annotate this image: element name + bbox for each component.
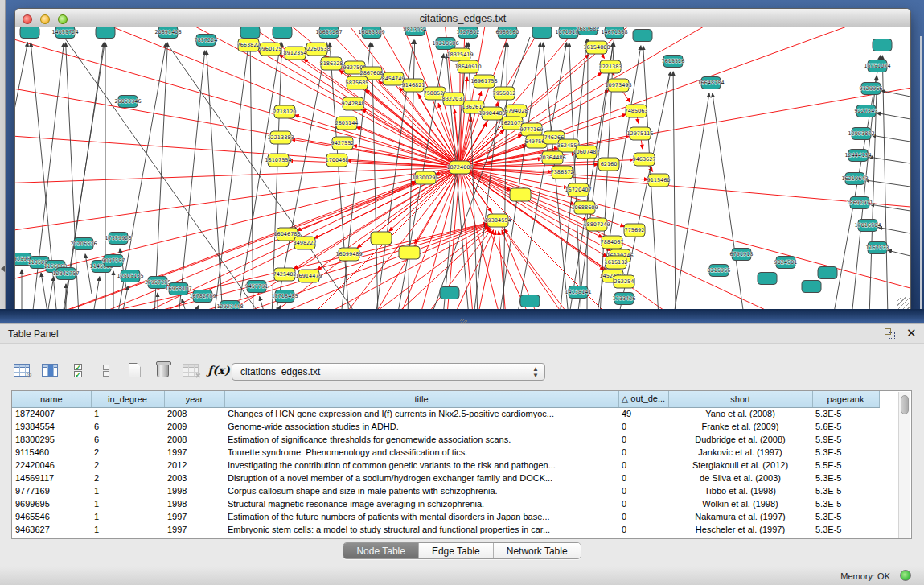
graph-edge — [443, 43, 467, 310]
delete-table-icon[interactable] — [152, 360, 173, 381]
column-header-year[interactable]: year — [164, 391, 224, 407]
graph-node-label: 2687682 — [577, 27, 600, 32]
graph-node-label: 22260538 — [303, 46, 330, 52]
graph-node-label: 9427552 — [331, 140, 355, 146]
graph-node-label: 7615526 — [662, 58, 685, 64]
column-header-pagerank[interactable]: pagerank — [812, 391, 879, 407]
graph-node-label: 16782759 — [189, 293, 216, 299]
table-row[interactable]: 2242004622012Investigating the contribut… — [12, 459, 879, 472]
network-canvas[interactable]: 1405572420691406785722410653267160538098… — [15, 27, 910, 310]
graph-node[interactable] — [532, 27, 552, 39]
graph-node[interactable] — [510, 188, 531, 201]
table-row[interactable]: 977716911998Corpus callosum shape and si… — [12, 484, 879, 497]
graph-node[interactable] — [96, 27, 115, 39]
graph-node-label: 12444134 — [844, 152, 871, 159]
table-select-combobox[interactable]: citations_edges.txt ▲▼ — [232, 363, 545, 381]
select-rows-icon[interactable]: ✓✓ — [68, 360, 88, 381]
graph-node-label: 20691406 — [154, 29, 181, 35]
graph-node-label: 14055724 — [51, 29, 78, 35]
graph-node-label: 7884067 — [601, 239, 624, 245]
graph-node-label: 15718485 — [271, 293, 298, 299]
graph-edge — [878, 227, 910, 233]
table-settings-icon[interactable]: ⚙ — [11, 360, 32, 381]
graph-node-label: 9463627 — [633, 156, 656, 163]
table-row[interactable]: 946362711997Embryonic stem cells: a mode… — [12, 523, 879, 536]
tab-edge-table[interactable]: Edge Table — [419, 543, 494, 558]
table-row[interactable]: 946554611997Estimation of the future num… — [12, 510, 879, 523]
table-row[interactable]: 969969511998Structural magnetic resonanc… — [12, 497, 879, 510]
graph-edge — [675, 93, 709, 310]
network-window[interactable]: citations_edges.txt 14055724206914067857… — [14, 8, 911, 310]
graph-node-label: 18807249 — [583, 221, 610, 228]
graph-edge — [881, 91, 910, 97]
table-row[interactable]: 911546021997Tourette syndrome. Phenomeno… — [12, 446, 879, 459]
scrollbar-thumb[interactable] — [901, 395, 909, 414]
graph-node[interactable] — [440, 287, 459, 299]
column-header-name[interactable]: name — [12, 391, 91, 407]
graph-node-label: 16914479 — [295, 273, 322, 279]
graph-edge — [865, 180, 910, 187]
graph-node[interactable] — [520, 295, 540, 307]
table-row[interactable]: 1456911722003Disruption of a novel membe… — [12, 472, 879, 484]
graph-node-label: 7955812 — [493, 90, 516, 97]
network-window-titlebar[interactable]: citations_edges.txt — [15, 9, 910, 27]
function-builder-icon[interactable]: ƒ(x) — [208, 360, 229, 381]
graph-node-label: 2718120 — [273, 109, 297, 115]
graph-node-label: 8215955 — [708, 267, 731, 274]
graph-node[interactable] — [873, 39, 892, 51]
graph-node[interactable] — [20, 27, 39, 39]
panel-collapse-arrow-icon[interactable] — [1, 266, 5, 272]
graph-node[interactable] — [399, 246, 420, 259]
column-header-out_de[interactable]: △ out_de... — [618, 391, 668, 407]
window-resize-grip[interactable] — [897, 297, 910, 309]
graph-node-label: 9146821 — [402, 82, 425, 89]
control-panel-divider[interactable] — [0, 0, 6, 323]
table-row[interactable]: 1830029562008Estimation of significance … — [12, 433, 879, 446]
graph-node-label: 8186328 — [320, 60, 343, 67]
graph-node[interactable] — [818, 267, 837, 279]
table-row[interactable]: 1938455462009Genome-wide association stu… — [12, 420, 879, 433]
graph-node[interactable] — [802, 281, 821, 293]
graph-edge — [41, 273, 47, 310]
row-height-icon[interactable] — [96, 360, 117, 381]
graph-node-label: 20206536 — [70, 241, 97, 247]
graph-node[interactable] — [273, 27, 292, 39]
column-header-in_degree[interactable]: in_degree — [91, 391, 164, 407]
table-row[interactable]: 1872400712008Changes of HCN gene express… — [12, 407, 879, 420]
tab-network-table[interactable]: Network Table — [494, 543, 581, 558]
graph-node-label: 8813054 — [404, 27, 427, 33]
graph-node-label: 8322037 — [442, 96, 466, 102]
graph-node[interactable] — [633, 30, 652, 42]
graph-node-label: 9115460 — [647, 177, 671, 183]
column-header-short[interactable]: short — [668, 391, 812, 407]
graph-node-label: 1733426 — [613, 295, 636, 302]
tab-node-table[interactable]: Node Table — [343, 543, 419, 558]
memory-status-label: Memory: OK — [840, 571, 890, 581]
table-column-icon[interactable] — [39, 360, 60, 381]
graph-node[interactable] — [758, 273, 777, 285]
graph-node-label: 12093872 — [848, 130, 874, 137]
graph-node-label: 16720407 — [565, 187, 591, 193]
graph-node-label: 9457791 — [245, 283, 269, 290]
table-toolbar: ⚙✓✓✖ƒ(x) — [11, 356, 229, 384]
float-panel-icon[interactable] — [885, 328, 896, 340]
graph-node[interactable] — [371, 232, 392, 245]
graph-node-label: 12342757 — [52, 270, 79, 277]
graph-node-label: 12505135 — [117, 273, 143, 279]
graph-node[interactable] — [240, 27, 260, 39]
graph-edge — [93, 277, 100, 310]
graph-node-label: 19384554 — [484, 217, 511, 224]
column-header-title[interactable]: title — [224, 391, 618, 407]
table-scrollbar[interactable] — [898, 392, 910, 538]
graph-edge — [713, 93, 743, 310]
graph-node-label: 16210643 — [841, 175, 868, 182]
graph-edge — [587, 39, 588, 310]
new-table-icon[interactable] — [124, 360, 145, 381]
graph-node-label: 6791913 — [730, 251, 754, 257]
close-panel-icon[interactable]: ✕ — [906, 326, 917, 340]
graph-node-label: 775692 — [625, 227, 645, 233]
graph-node-label: 9960125 — [259, 46, 282, 52]
graph-node-label: 9242848 — [342, 101, 365, 107]
graph-node-label: 10973493 — [605, 82, 631, 89]
graph-node-label: 7485063 — [625, 108, 648, 114]
